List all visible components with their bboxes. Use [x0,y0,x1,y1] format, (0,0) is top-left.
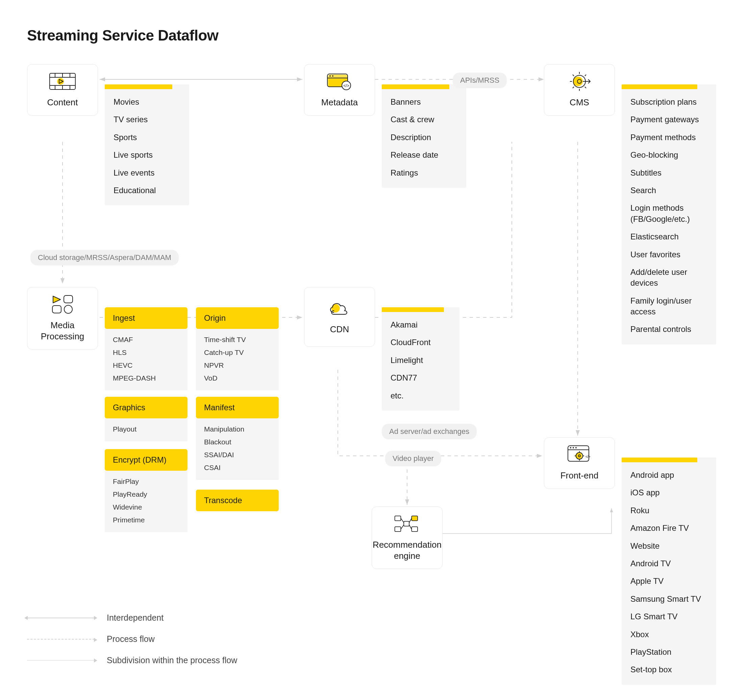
list-item: Payment gateways [630,114,707,125]
list-item: Set-top box [630,664,707,675]
sub-manifest: Manifest ManipulationBlackoutSSAI/DAICSA… [196,397,279,480]
list-item: Release date [390,150,458,160]
panel-cms: Subscription plansPayment gatewaysPaymen… [622,84,716,344]
list-item: User favorites [630,249,707,260]
svg-text:</>: </> [343,83,349,88]
list-item: FairPlay [113,477,180,485]
list-item: Limelight [390,355,451,366]
node-metadata: </> Metadata [304,64,375,116]
list-item: Family login/user access [630,295,707,318]
list-item: Movies [114,97,180,107]
diagram-canvas: Content MoviesTV seriesSportsLive sports… [27,64,723,700]
panel-content: MoviesTV seriesSportsLive sportsLive eve… [105,84,189,205]
list-item: Playout [113,425,180,433]
panel-cdn: AkamaiCloudFrontLimelightCDN77etc. [382,307,460,411]
svg-point-30 [64,305,72,313]
list-item: Parental controls [630,324,707,335]
svg-rect-42 [412,516,418,521]
svg-rect-43 [395,527,401,531]
node-metadata-label: Metadata [321,97,358,108]
legend-interdependent-label: Interdependent [107,613,163,623]
node-media-processing-label: Media Processing [32,320,93,342]
list-item: Akamai [390,319,451,330]
panel-content-items: MoviesTV seriesSportsLive sportsLive eve… [105,89,189,205]
film-icon [49,71,76,92]
list-item: Apple TV [630,576,707,586]
sub-ingest: Ingest CMAFHLSHEVCMPEG-DASH [105,307,188,390]
legend-interdependent: Interdependent [27,613,237,623]
list-item: CDN77 [390,373,451,383]
list-item: Samsung Smart TV [630,594,707,605]
nodes-icon [393,513,421,534]
legend-subdivision: Subdivision within the process flow [27,655,237,665]
list-item: TV series [114,114,180,125]
panel-bar [382,84,449,89]
list-item: PlayStation [630,647,707,657]
panel-bar [105,84,172,89]
list-item: Sports [114,132,180,143]
svg-rect-45 [404,521,409,526]
list-item: Amazon Fire TV [630,523,707,534]
list-item: Live events [114,167,180,178]
panel-bar [382,307,444,312]
sub-transcode-title: Transcode [196,490,279,511]
sub-encrypt: Encrypt (DRM) FairPlayPlayReadyWidevineP… [105,449,188,532]
sub-graphics-items: Playout [105,418,188,441]
svg-text:</>: </> [586,455,590,459]
page-title: Streaming Service Dataflow [27,27,723,44]
list-item: Widevine [113,503,180,511]
list-item: PlayReady [113,490,180,498]
sub-manifest-title: Manifest [196,397,279,418]
list-item: Search [630,185,707,196]
panel-frontend-items: Android appiOS appRokuAmazon Fire TVWebs… [622,462,716,685]
legend-process-flow: Process flow [27,634,237,644]
legend-process-flow-label: Process flow [107,634,155,644]
list-item: Add/delete user devices [630,267,707,289]
sub-origin-title: Origin [196,307,279,329]
node-cdn-label: CDN [330,324,349,335]
list-item: Android TV [630,558,707,569]
list-item: Catch-up TV [204,348,270,356]
list-item: CSAI [204,464,270,472]
metadata-icon: </> [326,71,353,92]
list-item: Primetime [113,516,180,524]
panel-frontend: Android appiOS appRokuAmazon Fire TVWebs… [622,457,716,685]
list-item: HEVC [113,361,180,369]
list-item: Manipulation [204,425,270,433]
list-item: Subscription plans [630,97,707,107]
legend-subdivision-label: Subdivision within the process flow [107,655,237,665]
node-cdn: CDN [304,287,375,347]
panel-cdn-items: AkamaiCloudFrontLimelightCDN77etc. [382,312,460,411]
label-ad-server: Ad server/ad exchanges [382,424,477,439]
cloud-icon [326,298,353,319]
list-item: Live sports [114,150,180,160]
node-recommendation: Recommendation engine [372,507,443,569]
svg-point-35 [573,447,574,448]
node-content-label: Content [47,97,78,108]
list-item: Geo-blocking [630,150,707,160]
sub-graphics: Graphics Playout [105,397,188,441]
sub-encrypt-items: FairPlayPlayReadyWidevinePrimetime [105,471,188,532]
node-content: Content [27,64,98,116]
svg-point-36 [575,447,577,448]
label-cloud-storage: Cloud storage/MRSS/Aspera/DAM/MAM [31,250,179,266]
svg-rect-44 [412,527,418,531]
gear-icon [566,71,593,92]
list-item: SSAI/DAI [204,451,270,459]
list-item: Subtitles [630,167,707,178]
svg-point-34 [570,447,571,448]
list-item: Website [630,540,707,551]
list-item: CloudFront [390,337,451,348]
list-item: VoD [204,374,270,382]
list-item: Elasticsearch [630,231,707,242]
legend: Interdependent Process flow Subdivision … [27,613,237,665]
panel-metadata: BannersCast & crewDescriptionRelease dat… [382,84,466,188]
node-cms: CMS [544,64,615,116]
sub-ingest-title: Ingest [105,307,188,329]
node-recommendation-label: Recommendation engine [373,539,441,561]
svg-rect-41 [395,516,401,521]
panel-bar [622,457,697,462]
label-apis-mrss: APIs/MRSS [453,72,507,88]
list-item: Payment methods [630,132,707,143]
list-item: Xbox [630,629,707,640]
